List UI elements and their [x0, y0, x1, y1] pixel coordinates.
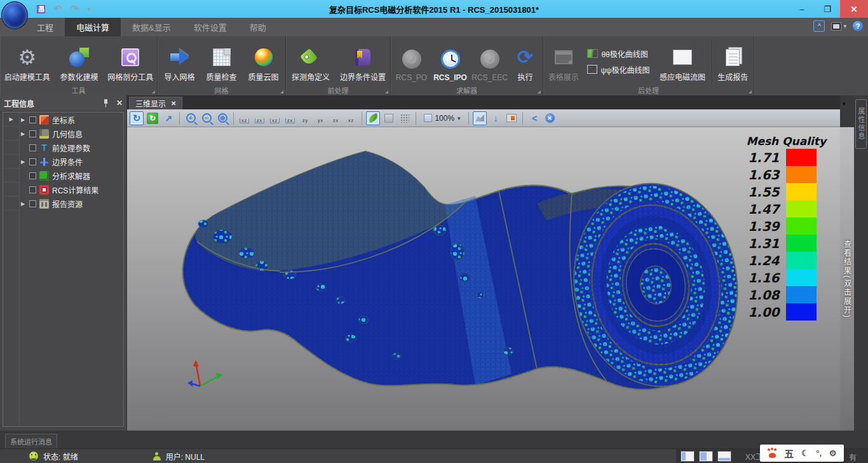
- view-preset-iso1-button[interactable]: zx: [329, 111, 342, 125]
- probe-angle-tag-icon: [302, 46, 319, 68]
- tab-project[interactable]: 工程: [25, 18, 65, 36]
- quality-cloud-button[interactable]: 质量云图: [243, 38, 285, 85]
- moon-icon[interactable]: ☾: [801, 448, 809, 458]
- table-display-button[interactable]: 表格展示: [543, 38, 583, 85]
- ribbon-collapse-icon[interactable]: ^: [813, 20, 825, 32]
- pan-view-button[interactable]: ↗: [161, 111, 175, 125]
- restore-button[interactable]: ❐: [815, 0, 840, 18]
- layout-two-button[interactable]: [699, 451, 713, 462]
- view-preset-left-button[interactable]: xz: [268, 111, 281, 125]
- tree-item-geometry-info[interactable]: ▶ 几何信息: [20, 127, 123, 141]
- expand-icon[interactable]: ▶: [21, 201, 26, 207]
- ime-wubi-icon[interactable]: 五: [784, 446, 794, 460]
- checkbox[interactable]: [29, 186, 36, 193]
- quality-cloud-icon: [255, 46, 273, 68]
- sync-view-button[interactable]: ↻: [146, 111, 159, 125]
- save-icon[interactable]: [37, 5, 45, 13]
- app-logo-icon[interactable]: [1, 1, 28, 29]
- group-expand-icon[interactable]: [749, 90, 752, 93]
- import-mesh-button[interactable]: 导入网格: [159, 38, 201, 85]
- boundary-condition-button[interactable]: 边界条件设置: [336, 38, 390, 85]
- boundary-book-icon: [355, 46, 370, 68]
- group-expand-icon[interactable]: [385, 90, 388, 93]
- psi-polar-curve-button[interactable]: ψψ极化曲线图: [587, 64, 649, 75]
- view-preset-top-button[interactable]: zy: [299, 111, 312, 125]
- flat-view-button[interactable]: [382, 111, 396, 125]
- rcs-po-button[interactable]: RCS_PO: [393, 38, 431, 85]
- checkbox[interactable]: [29, 130, 36, 137]
- tree-item-boundary-conditions[interactable]: ▶ 边界条件: [20, 155, 123, 169]
- expand-icon[interactable]: ▶: [21, 131, 26, 137]
- checkbox[interactable]: [29, 158, 36, 165]
- view-preset-front-button[interactable]: xz: [238, 111, 251, 125]
- 3d-canvas[interactable]: Mesh Quality 1.711.631.551.471.391.311.2…: [127, 127, 840, 431]
- zoom-fit-button[interactable]: ⊕: [215, 111, 229, 125]
- checkbox[interactable]: [29, 144, 36, 151]
- view-preset-back-button[interactable]: zx: [253, 111, 266, 125]
- tab-3d-display[interactable]: 三维显示 ✕: [129, 97, 182, 109]
- tab-help[interactable]: 帮助: [238, 18, 278, 36]
- rcs-ipo-button[interactable]: RCS_IPO: [431, 38, 470, 85]
- share-view-button[interactable]: <: [527, 111, 541, 125]
- root-expand-icon[interactable]: ▶: [3, 113, 19, 127]
- close-button[interactable]: ✕: [840, 0, 868, 18]
- redo-icon[interactable]: ↷: [71, 3, 79, 15]
- display-switch-button[interactable]: ▾: [831, 22, 846, 31]
- view-preset-iso2-button[interactable]: xz: [344, 111, 358, 125]
- tab-software-settings[interactable]: 软件设置: [182, 18, 238, 36]
- checkbox[interactable]: [29, 200, 36, 207]
- undo-icon[interactable]: ↶: [54, 3, 62, 15]
- quality-check-button[interactable]: 质量检查: [201, 38, 243, 85]
- panel-close-icon[interactable]: ✕: [116, 99, 123, 107]
- execute-button[interactable]: ⟳ 执行: [510, 38, 541, 85]
- group-expand-icon[interactable]: [152, 90, 155, 93]
- tree-item-rcs-results[interactable]: RCS计算结果: [20, 183, 123, 197]
- qat-dropdown-icon[interactable]: ▾: [88, 6, 91, 13]
- tree-item-analysis-solver[interactable]: 分析求解器: [20, 169, 123, 183]
- window-capture-button[interactable]: [505, 111, 519, 125]
- tab-close-icon[interactable]: ✕: [171, 100, 176, 107]
- zoom-in-button[interactable]: +: [184, 111, 198, 125]
- group-expand-icon[interactable]: [280, 90, 283, 93]
- pin-icon[interactable]: [103, 99, 109, 107]
- generate-report-button[interactable]: 生成报告: [712, 38, 754, 85]
- theta-polar-curve-button[interactable]: θθ极化曲线图: [587, 48, 649, 59]
- mesh-partition-tool-button[interactable]: 网格剖分工具: [104, 38, 157, 85]
- layout-three-button[interactable]: [717, 451, 731, 462]
- zoom-level-select[interactable]: 100% ▾: [420, 111, 465, 125]
- probe-angle-button[interactable]: 探测角定义: [286, 38, 336, 85]
- induced-current-map-button[interactable]: 感应电磁流图: [654, 38, 712, 85]
- parametric-modeling-button[interactable]: 参数化建模: [55, 38, 104, 85]
- ime-settings-gear-icon[interactable]: ⚙: [829, 448, 837, 458]
- rcs-eec-button[interactable]: RCS_EEC: [470, 38, 510, 85]
- tab-data-display[interactable]: 数据&显示: [121, 18, 182, 36]
- properties-tab[interactable]: 属性信息: [855, 99, 867, 149]
- results-collapsed-bar[interactable]: ▾ 查看结果(双击展开): [840, 95, 854, 431]
- ime-logo-paw-icon[interactable]: [768, 448, 777, 458]
- tree-item-coordinate-system[interactable]: ▶ 坐标系: [20, 113, 123, 127]
- launch-modeling-tool-button[interactable]: ⚙ 启动建模工具: [0, 38, 55, 85]
- help-icon[interactable]: ?: [853, 21, 863, 31]
- perspective-view-button[interactable]: [473, 111, 487, 125]
- points-view-button[interactable]: [398, 111, 412, 125]
- tab-em-computation[interactable]: 电磁计算: [65, 18, 121, 36]
- view-preset-bottom-button[interactable]: yx: [314, 111, 327, 125]
- expand-icon[interactable]: ▶: [21, 117, 26, 123]
- expand-icon[interactable]: ▶: [21, 159, 26, 165]
- punctuation-mode-icon[interactable]: °,: [816, 448, 822, 458]
- view-preset-right-button[interactable]: zx: [283, 111, 297, 125]
- layout-one-button[interactable]: [681, 451, 695, 462]
- group-expand-icon[interactable]: [538, 90, 541, 93]
- checkbox[interactable]: [29, 116, 36, 123]
- shaded-view-button[interactable]: [366, 111, 380, 125]
- close-view-button[interactable]: ✕: [543, 111, 557, 125]
- system-message-tab[interactable]: 系统运行消息: [5, 434, 57, 448]
- rotate-view-button[interactable]: ↻: [130, 111, 144, 125]
- zoom-out-button[interactable]: −: [200, 111, 214, 125]
- checkbox[interactable]: [29, 172, 36, 179]
- tree-item-preprocess-params[interactable]: T 前处理参数: [20, 141, 123, 155]
- drop-to-plane-button[interactable]: ↓: [489, 111, 503, 125]
- tree-item-report-resources[interactable]: ▶ 报告资源: [20, 197, 123, 211]
- tabbar-dropdown-icon[interactable]: ▾: [843, 100, 846, 107]
- minimize-button[interactable]: –: [789, 0, 815, 18]
